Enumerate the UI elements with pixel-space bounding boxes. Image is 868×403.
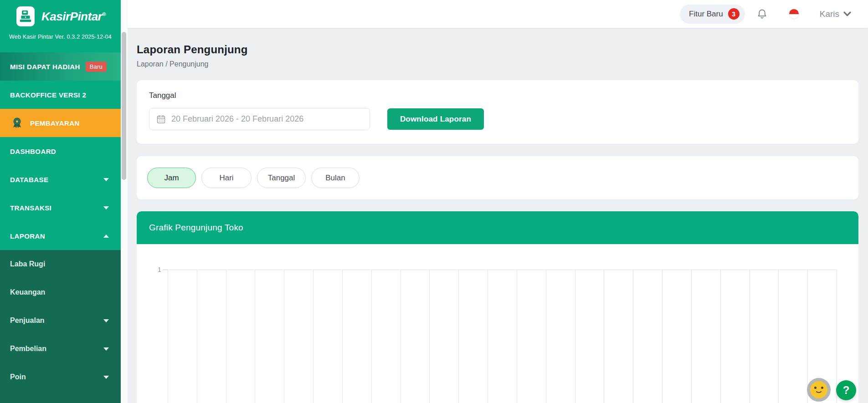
visitor-chart-card: Grafik Pengunjung Toko 1: [137, 211, 858, 403]
notification-bell-icon[interactable]: [756, 8, 768, 20]
submenu-item-poin[interactable]: Poin: [0, 363, 121, 391]
brand-name: KasirPintar®: [41, 10, 106, 24]
cash-register-icon: [16, 6, 35, 26]
submenu-item-label: Laba Rugi: [10, 260, 45, 268]
chart-gridline: [255, 270, 255, 403]
user-name: Karis: [820, 9, 839, 19]
tab-bulan[interactable]: Bulan: [311, 168, 360, 188]
chart-gridline: [662, 270, 663, 403]
chevron-down-icon: [103, 206, 109, 209]
chevron-down-icon: [103, 347, 109, 351]
chart-gridline: [313, 270, 313, 403]
app-root: KasirPintar® Web Kasir Pintar Ver. 0.3.2…: [0, 0, 868, 403]
topbar: Fitur Baru 3 Karis: [128, 0, 868, 28]
sidebar-item-dashboard[interactable]: DASHBOARD: [0, 137, 121, 165]
fitur-baru-count-badge: 3: [728, 8, 740, 20]
sidebar-item-pembayaran[interactable]: PEMBAYARAN: [0, 109, 121, 137]
chevron-down-icon: [843, 11, 851, 16]
chart-gridline: [371, 270, 372, 403]
help-button[interactable]: ?: [836, 380, 856, 400]
y-axis-tick-label: 1: [158, 266, 161, 273]
date-range-input[interactable]: 20 Februari 2026 - 20 Februari 2026: [149, 108, 370, 130]
feedback-smiley-button[interactable]: [807, 378, 831, 402]
sidebar-scrollbar-track: [121, 0, 128, 403]
sidebar-item-label: TRANSAKSI: [10, 204, 51, 212]
submenu-item-label: Poin: [10, 373, 26, 381]
chart-gridline: [168, 270, 168, 403]
sidebar-scrollbar-thumb[interactable]: [122, 32, 126, 180]
sidebar-item-laporan[interactable]: LAPORAN: [0, 222, 121, 250]
sidebar-item-transaksi[interactable]: TRANSAKSI: [0, 194, 121, 222]
chart-gridline: [633, 270, 633, 403]
sidebar-item-label: DASHBOARD: [10, 148, 56, 155]
submenu-item-laba-rugi[interactable]: Laba Rugi: [0, 250, 121, 278]
tab-tanggal[interactable]: Tanggal: [257, 168, 306, 188]
question-mark-icon: ?: [843, 384, 850, 397]
registered-mark: ®: [102, 11, 106, 17]
chart-gridline: [720, 270, 721, 403]
chart-gridline: [458, 270, 459, 403]
page-header: Laporan Pengunjung Laporan / Pengunjung: [137, 43, 858, 68]
chevron-down-icon: [103, 376, 109, 379]
app-version: Web Kasir Pintar Ver. 0.3.2 2025-12-04: [0, 34, 121, 40]
filter-row: 20 Februari 2026 - 20 Februari 2026 Down…: [149, 108, 846, 130]
y-axis-tick-mark: [163, 270, 168, 270]
tab-hari[interactable]: Hari: [201, 168, 252, 188]
brand-logo[interactable]: KasirPintar®: [0, 0, 121, 27]
sidebar-item-label: PEMBAYARAN: [30, 119, 80, 127]
sidebar: KasirPintar® Web Kasir Pintar Ver. 0.3.2…: [0, 0, 121, 403]
chart-gridline: [837, 270, 837, 403]
submenu-item-penjualan[interactable]: Penjualan: [0, 306, 121, 335]
chart-gridline: [546, 270, 546, 403]
tab-jam[interactable]: Jam: [147, 168, 196, 188]
baru-badge: Baru: [86, 61, 107, 72]
sidebar-item-label: LAPORAN: [10, 232, 45, 240]
download-laporan-button[interactable]: Download Laporan: [387, 108, 484, 130]
chart-plot: 1: [168, 270, 837, 403]
sidebar-item-label: MISI DAPAT HADIAH: [10, 63, 80, 71]
calendar-icon: [157, 115, 165, 124]
chart-gridline: [517, 270, 517, 403]
page-title: Laporan Pengunjung: [137, 43, 858, 56]
sidebar-item-misi-dapat-hadiah[interactable]: MISI DAPAT HADIAH Baru: [0, 52, 121, 81]
fitur-baru-label: Fitur Baru: [689, 10, 723, 19]
chart-gridline: [429, 270, 430, 403]
chart-gridline: [284, 270, 284, 403]
submenu-item-label: Pembelian: [10, 345, 46, 353]
sidebar-item-backoffice-versi-2[interactable]: BACKOFFICE VERSI 2: [0, 81, 121, 109]
sidebar-item-database[interactable]: DATABASE: [0, 165, 121, 194]
laporan-submenu: Laba Rugi Keuangan Penjualan Pembelian P…: [0, 250, 121, 403]
chevron-up-icon: [103, 235, 109, 238]
medal-icon: [12, 117, 22, 128]
chart-gridline: [691, 270, 692, 403]
indonesia-flag-icon[interactable]: [789, 9, 799, 19]
chart-gridline: [604, 270, 604, 403]
date-filter-card: Tanggal 20 Februari 2026 - 20 Februari 2…: [137, 80, 858, 144]
chart-title-bar: Grafik Pengunjung Toko: [137, 211, 858, 244]
chart-body: 1: [137, 244, 858, 403]
chart-gridline: [575, 270, 575, 403]
chart-gridline: [750, 270, 750, 403]
tanggal-label: Tanggal: [149, 91, 846, 100]
chart-gridline: [197, 270, 197, 403]
submenu-item-label: Penjualan: [10, 316, 45, 325]
sidebar-item-label: DATABASE: [10, 176, 48, 184]
chevron-down-icon: [103, 319, 109, 322]
interval-tabs-card: Jam Hari Tanggal Bulan: [137, 156, 858, 199]
submenu-item-label: Keuangan: [10, 288, 45, 296]
chart-gridline: [226, 270, 226, 403]
breadcrumb: Laporan / Pengunjung: [137, 60, 858, 68]
date-range-value: 20 Februari 2026 - 20 Februari 2026: [171, 114, 303, 124]
chart-gridline: [488, 270, 488, 403]
chart-gridline: [778, 270, 779, 403]
main-content: Laporan Pengunjung Laporan / Pengunjung …: [128, 28, 868, 403]
chart-gridline: [401, 270, 401, 403]
sidebar-item-label: BACKOFFICE VERSI 2: [10, 91, 86, 99]
submenu-item-pembelian[interactable]: Pembelian: [0, 335, 121, 363]
submenu-item-keuangan[interactable]: Keuangan: [0, 278, 121, 306]
fitur-baru-button[interactable]: Fitur Baru 3: [680, 5, 745, 24]
chevron-down-icon: [103, 178, 109, 181]
user-menu[interactable]: Karis: [820, 9, 851, 19]
smiley-face-icon: [810, 381, 827, 398]
sidebar-menu: MISI DAPAT HADIAH Baru BACKOFFICE VERSI …: [0, 52, 121, 250]
